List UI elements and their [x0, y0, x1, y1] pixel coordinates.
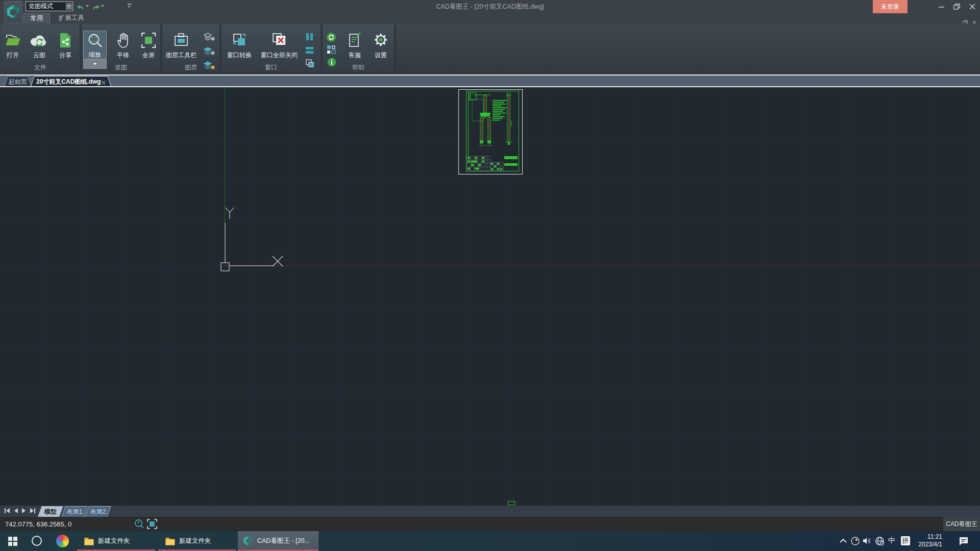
restore-button[interactable] — [949, 0, 964, 13]
layer-states-icon[interactable] — [203, 32, 215, 44]
tray-network-icon[interactable] — [875, 537, 884, 545]
window-close-all-icon — [257, 32, 302, 49]
tray-volume-icon[interactable] — [863, 537, 872, 545]
close-button[interactable] — [965, 0, 979, 13]
layout-nav — [4, 507, 36, 514]
ribbon-group-view: 缩放 平移 全屏 览图 — [82, 24, 160, 72]
nav-last-icon[interactable] — [30, 507, 36, 514]
ribbon-tab-extended[interactable]: 扩展工具 — [53, 13, 90, 23]
app-logo[interactable] — [4, 1, 22, 23]
ime-language-indicator[interactable]: 中 — [888, 536, 895, 545]
layout-tab-model[interactable]: 模型 — [38, 506, 63, 517]
ribbon-group-view-label: 览图 — [82, 63, 160, 72]
share-icon — [54, 32, 77, 49]
pan-hand-icon — [112, 32, 134, 49]
ucs-axis-marker — [204, 199, 291, 276]
nav-first-icon[interactable] — [4, 507, 10, 514]
ribbon: 打开 云图 分享 文件 缩放 — [0, 23, 980, 74]
layout-tab-bar: 模型 布局1 布局2 — [0, 506, 980, 517]
status-app-label: CAD看图王 — [943, 517, 980, 531]
doc-tab-drawing[interactable]: 20寸前叉CAD图纸.dwg — [31, 76, 111, 86]
app-title: CAD看图王 - [20寸前叉CAD图纸.dwg] — [0, 3, 980, 11]
tray-app-icon[interactable] — [851, 537, 860, 545]
taskbar-folder1-button[interactable]: 新建文件夹 — [77, 531, 155, 551]
cloud-button[interactable]: 云图 — [28, 24, 51, 60]
fullscreen-icon — [137, 32, 160, 49]
check-update-icon[interactable] — [326, 32, 336, 44]
minimize-button[interactable] — [934, 0, 949, 13]
drawing-canvas[interactable] — [0, 87, 980, 506]
zoom-icon — [84, 32, 106, 49]
ribbon-group-help: 客服 设置 帮助 — [323, 24, 394, 72]
ribbon-tab-common[interactable]: 常用 — [23, 13, 50, 23]
document-tab-bar: 起始页 20寸前叉CAD图纸.dwg — [0, 76, 980, 86]
customer-service-button[interactable]: 客服 — [344, 24, 366, 60]
layer-toolbar-icon — [164, 32, 199, 49]
clock-time[interactable]: 11:21 — [919, 533, 942, 540]
ime-mode-indicator[interactable]: 拼 — [901, 536, 910, 545]
status-bar: 742.0775, 636.2565, 0 CAD看图王 — [0, 517, 980, 531]
zoom-button[interactable]: 缩放 — [83, 31, 107, 68]
clock-date[interactable]: 2023/4/1 — [914, 541, 942, 548]
customer-service-icon — [344, 32, 366, 49]
ribbon-group-file-label: 文件 — [1, 63, 80, 72]
layout-tab-2[interactable]: 布局2 — [85, 506, 111, 517]
ribbon-group-file: 打开 云图 分享 文件 — [1, 24, 80, 72]
zoom-tool-icon[interactable] — [134, 519, 144, 531]
folder-icon — [84, 537, 94, 545]
red-construction-line — [223, 266, 980, 266]
layout-tab-1[interactable]: 布局1 — [61, 506, 88, 517]
window-switch-button[interactable]: 窗口转换 — [223, 24, 256, 60]
start-button[interactable] — [8, 537, 17, 548]
settings-gear-icon — [370, 32, 392, 49]
nav-prev-icon[interactable] — [13, 507, 18, 514]
ribbon-group-layer: 图层工具栏 图层 — [162, 24, 219, 72]
window-close-all-button[interactable]: 窗口全部关闭 — [257, 24, 302, 60]
ribbon-group-window: 窗口转换 窗口全部关闭 窗口 — [222, 24, 321, 72]
tile-vertical-icon[interactable] — [305, 33, 314, 43]
taskbar: 新建文件夹 新建文件夹 CAD看图王 - [20... — [0, 531, 980, 551]
window-switch-icon — [223, 32, 256, 49]
title-bar: 览图模式 CAD看图王 - [20寸前叉CAD图纸.dwg] 未登录 — [0, 0, 980, 13]
layer-properties-icon[interactable] — [203, 46, 215, 58]
cad-logo-icon — [6, 5, 20, 20]
doc-tab-start[interactable]: 起始页 — [4, 76, 32, 86]
taskbar-folder2-button[interactable]: 新建文件夹 — [158, 531, 236, 551]
selection-marker — [508, 501, 515, 505]
notification-icon[interactable] — [959, 537, 969, 546]
ribbon-group-window-label: 窗口 — [222, 63, 321, 72]
drawing-preview — [458, 89, 523, 174]
fit-view-icon[interactable] — [147, 519, 157, 531]
folder-icon — [165, 537, 175, 545]
share-button[interactable]: 分享 — [54, 24, 77, 60]
ribbon-tab-row: 常用 扩展工具 — [0, 13, 980, 23]
fullscreen-button[interactable]: 全屏 — [137, 24, 160, 60]
open-folder-icon — [2, 32, 24, 49]
ribbon-group-help-label: 帮助 — [323, 63, 394, 72]
modules-icon[interactable] — [327, 45, 336, 56]
tile-horizontal-icon[interactable] — [305, 46, 314, 56]
tray-expand-icon[interactable] — [840, 538, 847, 543]
cloud-icon — [28, 32, 51, 49]
settings-button[interactable]: 设置 — [370, 24, 392, 60]
search-button[interactable] — [32, 536, 42, 546]
coordinates-display: 742.0775, 636.2565, 0 — [5, 520, 71, 528]
pan-button[interactable]: 平移 — [112, 24, 134, 60]
login-button[interactable]: 未登录 — [873, 0, 908, 13]
nav-next-icon[interactable] — [21, 507, 27, 514]
taskbar-cad-button[interactable]: CAD看图王 - [20... — [238, 531, 318, 551]
browser-taskbar-icon[interactable] — [56, 535, 69, 547]
ribbon-group-layer-label: 图层 — [162, 63, 219, 72]
cad-logo-icon — [243, 536, 253, 546]
open-button[interactable]: 打开 — [2, 24, 24, 60]
layer-toolbar-button[interactable]: 图层工具栏 — [164, 24, 199, 60]
